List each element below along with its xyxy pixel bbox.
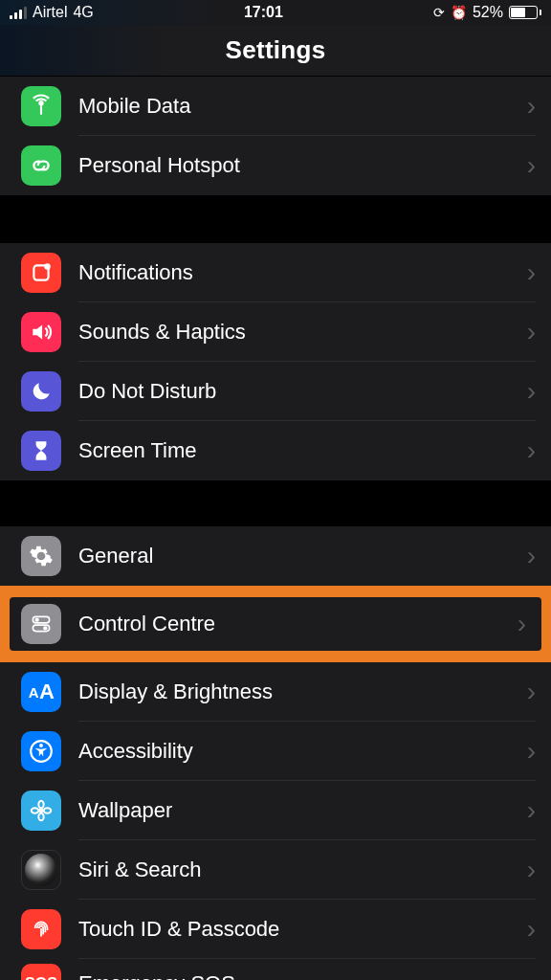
row-label: Touch ID & Passcode — [78, 917, 519, 942]
section-gap — [0, 195, 551, 243]
row-label: Accessibility — [78, 739, 519, 764]
link-icon — [21, 145, 61, 186]
chevron-right-icon: › — [519, 914, 536, 945]
chevron-right-icon: › — [519, 541, 536, 571]
row-label: Screen Time — [78, 438, 519, 463]
network-label: 4G — [73, 4, 93, 21]
row-emergency-sos[interactable]: SOS Emergency SOS › — [0, 959, 551, 980]
row-label: Do Not Disturb — [78, 379, 519, 404]
svg-point-10 — [38, 801, 43, 809]
row-label: Sounds & Haptics — [78, 320, 519, 345]
hourglass-icon — [21, 431, 61, 471]
chevron-right-icon: › — [519, 150, 536, 181]
row-do-not-disturb[interactable]: Do Not Disturb › — [0, 362, 551, 421]
chevron-right-icon: › — [519, 677, 536, 707]
row-accessibility[interactable]: Accessibility › — [0, 722, 551, 781]
chevron-right-icon: › — [519, 435, 536, 466]
row-sounds-haptics[interactable]: Sounds & Haptics › — [0, 302, 551, 362]
row-label: Control Centre — [78, 612, 510, 636]
svg-point-2 — [44, 263, 51, 270]
row-siri-search[interactable]: Siri & Search › — [0, 840, 551, 900]
row-personal-hotspot[interactable]: Personal Hotspot › — [0, 136, 551, 195]
settings-group-connectivity: Mobile Data › Personal Hotspot › — [0, 77, 551, 195]
speaker-icon — [21, 312, 61, 352]
chevron-right-icon: › — [510, 609, 526, 639]
row-screen-time[interactable]: Screen Time › — [0, 421, 551, 480]
title-bar: Settings — [0, 25, 551, 77]
antenna-icon — [21, 86, 61, 126]
accessibility-icon — [21, 731, 61, 771]
highlight-control-centre: Control Centre › — [0, 586, 551, 662]
row-label: Display & Brightness — [78, 679, 519, 704]
row-touch-id-passcode[interactable]: Touch ID & Passcode › — [0, 900, 551, 959]
status-bar: Airtel 4G 17:01 ⟳ ⏰ 52% — [0, 0, 551, 25]
flower-icon — [21, 791, 61, 831]
status-right: ⟳ ⏰ 52% — [433, 4, 541, 21]
row-label: Notifications — [78, 260, 519, 285]
row-mobile-data[interactable]: Mobile Data › — [0, 77, 551, 136]
battery-pct-label: 52% — [473, 4, 503, 21]
orientation-lock-icon: ⟳ — [433, 5, 445, 20]
moon-icon — [21, 371, 61, 412]
svg-point-4 — [35, 618, 39, 622]
row-label: Mobile Data — [78, 94, 519, 119]
row-notifications[interactable]: Notifications › — [0, 243, 551, 302]
row-label: Emergency SOS — [78, 971, 519, 980]
svg-point-11 — [38, 813, 43, 821]
row-label: Wallpaper — [78, 798, 519, 823]
fingerprint-icon — [21, 909, 61, 949]
row-control-centre[interactable]: Control Centre › — [10, 597, 541, 651]
page-title: Settings — [226, 35, 326, 65]
svg-point-0 — [39, 101, 42, 104]
row-wallpaper[interactable]: Wallpaper › — [0, 781, 551, 840]
section-gap — [0, 480, 551, 526]
svg-point-8 — [39, 744, 43, 747]
alarm-icon: ⏰ — [451, 5, 467, 20]
chevron-right-icon: › — [519, 91, 536, 122]
signal-icon — [10, 6, 27, 19]
row-label: Personal Hotspot — [78, 153, 519, 178]
svg-point-9 — [39, 809, 44, 813]
text-size-icon: AA — [21, 672, 61, 712]
svg-point-6 — [43, 626, 47, 630]
row-label: General — [78, 544, 519, 568]
settings-group-general-cont: AA Display & Brightness › Accessibility … — [0, 662, 551, 980]
row-label: Siri & Search — [78, 858, 519, 882]
row-general[interactable]: General › — [0, 526, 551, 586]
status-left: Airtel 4G — [10, 4, 94, 21]
chevron-right-icon: › — [519, 257, 536, 288]
chevron-right-icon: › — [519, 736, 536, 767]
notifications-icon — [21, 253, 61, 293]
row-display-brightness[interactable]: AA Display & Brightness › — [0, 662, 551, 722]
battery-icon — [509, 6, 541, 19]
chevron-right-icon: › — [519, 795, 536, 826]
chevron-right-icon: › — [519, 855, 536, 885]
gear-icon — [21, 536, 61, 576]
carrier-label: Airtel — [33, 4, 67, 21]
settings-group-general: General › — [0, 526, 551, 586]
settings-group-notifications: Notifications › Sounds & Haptics › Do No… — [0, 243, 551, 480]
siri-icon — [21, 850, 61, 890]
chevron-right-icon: › — [519, 969, 536, 980]
chevron-right-icon: › — [519, 317, 536, 347]
svg-point-13 — [44, 808, 52, 813]
sos-icon: SOS — [21, 964, 61, 980]
toggles-icon — [21, 604, 61, 644]
svg-point-12 — [32, 808, 39, 813]
clock-label: 17:01 — [244, 4, 283, 21]
chevron-right-icon: › — [519, 376, 536, 407]
